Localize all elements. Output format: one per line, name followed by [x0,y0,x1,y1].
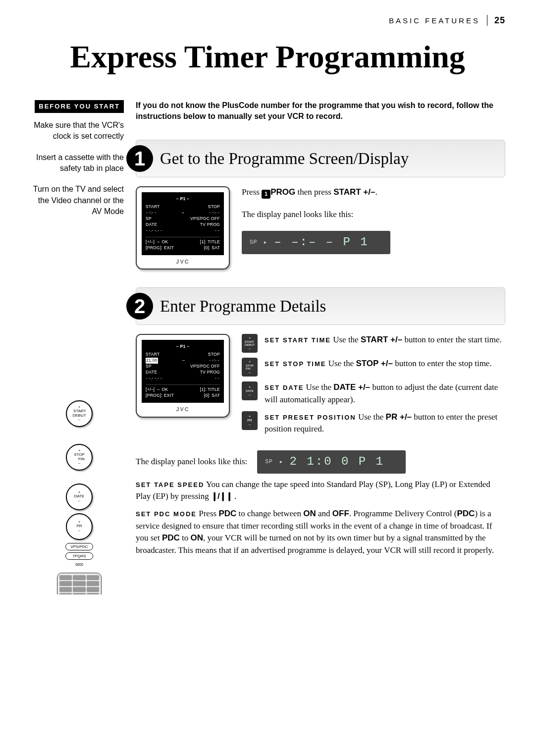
page-number: 25 [494,15,505,26]
remote-start-button: + START DEBUT – [66,400,93,427]
tv-screen-1: – P1 – STARTSTOP - -:- -→- -:- - SPVPS/P… [136,186,230,270]
remote-7-key: 7PQRS [65,552,93,560]
main-content: If you do not know the PlusCode number f… [136,100,505,575]
display-panel-2: SP▸ 2 1:0 0 P 1 [257,450,406,474]
tv-logo-1: JVC [142,258,224,266]
intro-paragraph: If you do not know the PlusCode number f… [136,100,505,122]
step-1-display-label: The display panel looks like this: [242,209,505,221]
header-divider [487,15,487,26]
set-preset-position: SET PRESET POSITION Use the PR +/– butto… [265,411,505,435]
remote-stop-button: + STOP FIN – [66,444,93,471]
set-pdc-mode: SET PDC MODE Press PDC to change between… [136,508,505,557]
remote-date-button: + DATE – [66,484,93,510]
tape-speed-icon: ❙/❙❙ [211,491,232,501]
set-start-time: SET START TIME Use the START +/– button … [265,334,502,346]
remote-column: + START DEBUT – + STOP FIN – + DATE – + … [35,397,124,594]
tv-logo-2: JVC [142,406,224,414]
prep-cassette: Insert a cassette with the safety tab in… [30,152,124,174]
mini-date-button: +DATE– [242,381,258,400]
prep-tv: Turn on the TV and select the Video chan… [30,184,124,217]
remote-0000: 0000 [65,562,93,568]
page-title: Express Timer Programming [30,39,505,75]
set-stop-time: SET STOP TIME Use the STOP +/– button to… [265,358,492,370]
display-panel-1: SP▸ – –:– – P 1 [242,231,390,254]
page-header: BASIC FEATURES 25 [30,15,505,26]
remote-body: JVC [57,573,102,594]
tv-screen-2: – P1 – STARTSTOP 21:00→- -:- - SPVPS/PDC… [136,334,230,417]
set-tape-speed: SET TAPE SPEED You can change the tape s… [136,479,505,503]
section-name: BASIC FEATURES [389,16,480,25]
remote-pr-button: + PR – [66,513,93,540]
mini-stop-button: +STOP FIN– [242,358,258,377]
step-1-header: 1 Get to the Programme Screen/Display [136,140,505,177]
step-2-number: 2 [126,293,153,320]
step-2-title: Enter Programme Details [160,297,326,316]
step-1-number: 1 [126,145,153,172]
step-2-header: 2 Enter Programme Details [136,287,505,325]
step-2-display-label: The display panel looks like this: [136,456,247,468]
prog-icon: 1 [262,190,270,199]
left-sidebar: BEFORE YOU START Make sure that the VCR'… [30,100,124,575]
prep-clock: Make sure that the VCR's clock is set co… [30,120,124,142]
remote-vpspdc-key: VPS/PDC [65,543,93,550]
mini-start-button: +START DEBUT– [242,334,258,353]
set-date: SET DATE Use the DATE +/– button to adju… [265,381,505,406]
step-1-press-line: Press 1PROG then press START +/–. [242,186,505,199]
mini-pr-button: +PR– [242,411,258,430]
before-you-start-tag: BEFORE YOU START [35,100,124,113]
step-1-title: Get to the Programme Screen/Display [160,150,409,168]
